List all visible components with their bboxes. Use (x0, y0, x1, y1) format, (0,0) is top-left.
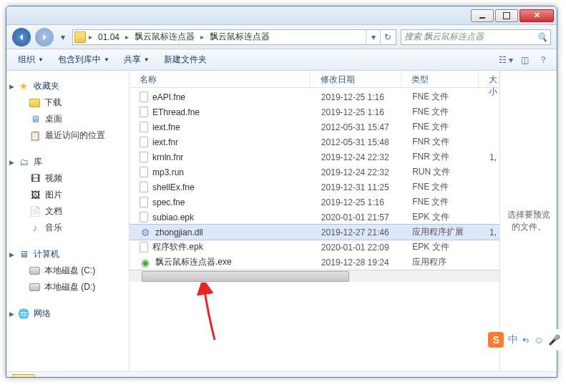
ime-lang[interactable]: 中 (508, 333, 518, 346)
minimize-button[interactable] (471, 9, 494, 22)
chevron-right-icon[interactable]: ▸ (124, 33, 130, 41)
sidebar-item-desktop[interactable]: 🖥桌面 (6, 111, 129, 127)
titlebar[interactable] (6, 6, 557, 25)
file-date: 2012-05-31 15:48 (311, 136, 402, 149)
sidebar-item-drive-d[interactable]: 本地磁盘 (D:) (6, 279, 129, 295)
sidebar-item-videos[interactable]: 🎞视频 (6, 170, 129, 187)
file-name: spec.fne (130, 195, 311, 209)
file-date: 2019-12-25 1:16 (311, 91, 402, 104)
nav-history-dropdown[interactable]: ▾ (58, 29, 68, 45)
forward-button[interactable] (35, 28, 54, 46)
col-date[interactable]: 修改日期 (311, 71, 401, 87)
sidebar-item-downloads[interactable]: 下载 (6, 94, 129, 111)
file-type: FNE 文件 (402, 180, 479, 195)
file-date: 2019-12-25 1:16 (311, 106, 402, 119)
file-icon (140, 212, 148, 222)
file-type: 应用程序 (402, 255, 479, 270)
file-name: subiao.epk (130, 210, 311, 224)
file-size (479, 186, 499, 189)
sidebar-item-documents[interactable]: 📄文档 (6, 203, 129, 220)
body: ▶★收藏夹 下载 🖥桌面 📋最近访问的位置 ▶🗂库 🎞视频 🖼图片 📄文档 ♪音… (6, 71, 557, 371)
ime-bar[interactable]: S 中 •› ☺ 🎤 (482, 329, 566, 351)
include-library-button[interactable]: 包含到库中▼ (52, 51, 115, 69)
col-type[interactable]: 类型 (401, 71, 479, 87)
file-icon (140, 152, 148, 162)
file-name: ⚙zhongjian.dll (130, 225, 311, 240)
close-button[interactable] (519, 9, 554, 22)
file-size: 1, (479, 226, 499, 239)
file-row[interactable]: eAPI.fne2019-12-25 1:16FNE 文件 (130, 89, 499, 104)
col-name[interactable]: 名称 (130, 71, 311, 87)
sidebar-item-music[interactable]: ♪音乐 (6, 220, 129, 236)
file-icon (140, 197, 148, 207)
refresh-button[interactable]: ↻ (380, 30, 394, 44)
sidebar-libraries[interactable]: ▶🗂库 (6, 154, 129, 170)
ime-punct-icon[interactable]: •› (522, 334, 530, 346)
file-row[interactable]: shellEx.fne2019-12-31 11:25FNE 文件 (130, 180, 499, 195)
sidebar-network[interactable]: ▶🌐网络 (6, 305, 129, 322)
file-type: FNR 文件 (402, 150, 479, 165)
file-type: FNE 文件 (402, 104, 479, 119)
sogou-logo-icon[interactable]: S (488, 332, 504, 348)
file-row[interactable]: iext.fne2012-05-31 15:47FNE 文件 (130, 119, 499, 134)
breadcrumb-dropdown[interactable]: ▾ (366, 30, 380, 44)
file-row[interactable]: 程序软件.epk2020-01-01 22:09EPK 文件 (130, 240, 499, 255)
file-row[interactable]: subiao.epk2020-01-01 21:57EPK 文件 (130, 210, 499, 225)
folder-icon (74, 31, 86, 43)
file-icon (140, 137, 148, 147)
search-input[interactable]: 搜索 飘云鼠标连点器 🔍 (401, 29, 551, 45)
file-date: 2019-12-28 19:24 (311, 256, 402, 269)
dll-icon: ⚙ (140, 227, 151, 238)
organize-button[interactable]: 组织▼ (12, 51, 49, 69)
sidebar-item-recent[interactable]: 📋最近访问的位置 (6, 127, 129, 144)
breadcrumb-item[interactable]: 飘云鼠标连点器 (132, 31, 197, 43)
new-folder-button[interactable]: 新建文件夹 (158, 51, 213, 69)
horizontal-scrollbar[interactable] (130, 270, 499, 282)
file-list[interactable]: 名称 修改日期 类型 大小 eAPI.fne2019-12-25 1:16FNE… (130, 71, 499, 371)
file-date: 2020-01-01 21:57 (311, 211, 402, 224)
file-size: 1, (479, 151, 499, 164)
sidebar-item-pictures[interactable]: 🖼图片 (6, 187, 129, 203)
file-name: krnln.fnr (130, 150, 311, 164)
chevron-right-icon[interactable]: ▸ (87, 33, 94, 41)
sidebar-item-drive-c[interactable]: 本地磁盘 (C:) (6, 263, 129, 279)
breadcrumb-item[interactable]: 飘云鼠标连点器 (207, 31, 273, 43)
sidebar-computer[interactable]: ▶🖥计算机 (6, 246, 129, 263)
exe-icon: ◉ (140, 257, 151, 268)
file-date: 2019-12-27 21:46 (311, 226, 402, 239)
file-row[interactable]: iext.fnr2012-05-31 15:48FNR 文件 (130, 134, 499, 150)
file-row[interactable]: ◉飘云鼠标连点器.exe2019-12-28 19:24应用程序 (130, 255, 499, 270)
back-button[interactable] (12, 28, 31, 46)
breadcrumb[interactable]: ▸ 01.04 ▸ 飘云鼠标连点器 ▸ 飘云鼠标连点器 ▾ ↻ (72, 29, 396, 45)
maximize-button[interactable] (495, 9, 518, 22)
file-size (479, 141, 499, 144)
help-button[interactable]: ? (535, 53, 551, 67)
file-date: 2019-12-25 1:16 (311, 196, 402, 209)
status-bar: 12 个对象 (6, 371, 557, 378)
file-type: RUN 文件 (402, 165, 479, 180)
ime-mic-icon[interactable]: 🎤 (548, 334, 560, 346)
sidebar[interactable]: ▶★收藏夹 下载 🖥桌面 📋最近访问的位置 ▶🗂库 🎞视频 🖼图片 📄文档 ♪音… (6, 71, 130, 371)
ime-emoji-icon[interactable]: ☺ (534, 334, 544, 346)
file-type: FNR 文件 (402, 134, 479, 150)
col-size[interactable]: 大小 (479, 71, 499, 87)
file-type: EPK 文件 (402, 240, 479, 255)
chevron-right-icon[interactable]: ▸ (199, 33, 205, 41)
preview-pane-button[interactable]: ◫ (517, 53, 532, 67)
file-row[interactable]: krnln.fnr2019-12-24 22:32FNR 文件1, (130, 150, 499, 165)
view-options-button[interactable]: ☷ ▾ (498, 53, 514, 67)
file-icon (140, 107, 148, 117)
file-date: 2019-12-24 22:32 (311, 166, 402, 179)
file-row[interactable]: mp3.run2019-12-24 22:32RUN 文件 (130, 165, 499, 180)
file-size (479, 246, 499, 249)
file-row[interactable]: ⚙zhongjian.dll2019-12-27 21:46应用程序扩展1, (130, 225, 499, 240)
file-date: 2020-01-01 22:09 (311, 241, 402, 254)
breadcrumb-item[interactable]: 01.04 (95, 32, 122, 42)
sidebar-favorites[interactable]: ▶★收藏夹 (6, 78, 129, 94)
file-row[interactable]: spec.fne2019-12-25 1:16FNE 文件 (130, 195, 499, 210)
share-button[interactable]: 共享▼ (118, 51, 155, 69)
file-size (479, 261, 499, 264)
search-icon[interactable]: 🔍 (537, 32, 547, 42)
file-name: EThread.fne (130, 105, 311, 119)
file-row[interactable]: EThread.fne2019-12-25 1:16FNE 文件 (130, 104, 499, 119)
